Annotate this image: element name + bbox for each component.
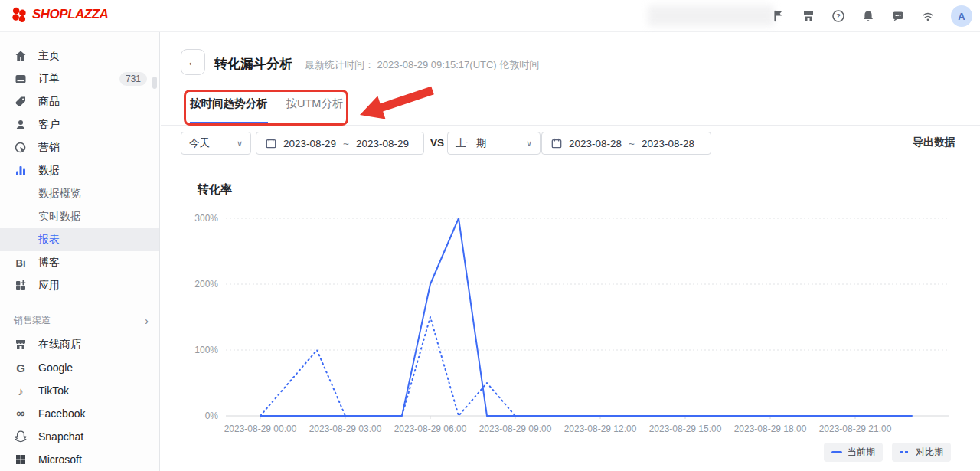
orders-count-badge: 731	[119, 72, 147, 86]
messages-icon[interactable]	[891, 9, 905, 23]
sidebar-item-orders[interactable]: 订单 731	[0, 67, 159, 90]
sidebar-item-home[interactable]: 主页	[0, 44, 159, 67]
period-select[interactable]: 今天 ∨	[181, 132, 251, 155]
svg-text:0%: 0%	[205, 410, 219, 421]
sidebar-item-label: 应用	[38, 279, 60, 293]
legend-compare-period[interactable]: 对比期	[892, 443, 951, 462]
sales-channels-section: 销售渠道 ›	[0, 297, 159, 333]
sidebar-item-label: Facebook	[38, 407, 85, 420]
apps-grid-icon	[14, 279, 28, 293]
period-select-value: 今天	[189, 136, 210, 150]
sidebar-subitem-realtime-data[interactable]: 实时数据	[0, 205, 159, 228]
chevron-down-icon: ∨	[526, 139, 532, 149]
sidebar-item-label: 主页	[38, 49, 60, 63]
snapchat-ghost-icon	[14, 430, 28, 443]
orders-icon	[14, 72, 28, 86]
sidebar-scrollbar-thumb[interactable]	[152, 77, 157, 89]
sidebar-item-label: 订单	[38, 72, 60, 86]
analysis-tabs: 按时间趋势分析 按UTM分析	[190, 96, 343, 124]
help-icon[interactable]: ?	[831, 9, 845, 23]
topbar-icon-group: ? A	[772, 0, 980, 32]
svg-text:200%: 200%	[194, 279, 218, 289]
back-button[interactable]: ←	[181, 49, 205, 75]
compare-start-date: 2023-08-28	[569, 138, 622, 149]
vs-label: VS	[430, 132, 444, 155]
sidebar-item-customers[interactable]: 客户	[0, 113, 159, 136]
meta-infinity-icon: ∞	[14, 407, 28, 420]
online-store-icon	[14, 338, 28, 352]
compare-select-value: 上一期	[456, 136, 487, 150]
sidebar-item-online-store[interactable]: 在线商店	[0, 333, 159, 356]
sidebar-item-snapchat[interactable]: Snapchat	[0, 425, 159, 448]
svg-text:2023-08-29 03:00: 2023-08-29 03:00	[309, 424, 382, 434]
sidebar-item-label: 客户	[38, 118, 60, 132]
sidebar-item-apps[interactable]: 应用	[0, 274, 159, 297]
svg-text:300%: 300%	[194, 213, 218, 224]
svg-text:2023-08-29 18:00: 2023-08-29 18:00	[734, 424, 807, 434]
calendar-icon	[266, 138, 276, 149]
chevron-right-icon[interactable]: ›	[145, 315, 149, 327]
avatar-initial: A	[958, 11, 965, 22]
range-end-date: 2023-08-29	[356, 138, 409, 149]
tag-icon	[14, 95, 28, 109]
sidebar-subitem-reports[interactable]: 报表	[0, 228, 159, 251]
svg-text:2023-08-29 15:00: 2023-08-29 15:00	[649, 424, 722, 434]
legend-current-period[interactable]: 当前期	[824, 443, 883, 462]
current-date-range[interactable]: 2023-08-29 ~ 2023-08-29	[256, 132, 424, 155]
bar-chart-icon	[14, 164, 28, 178]
sidebar-item-products[interactable]: 商品	[0, 90, 159, 113]
tab-utm-analysis[interactable]: 按UTM分析	[286, 96, 344, 124]
user-avatar[interactable]: A	[951, 5, 972, 27]
sidebar-item-label: TikTok	[38, 384, 69, 397]
svg-text:?: ?	[836, 11, 841, 20]
sidebar-item-facebook[interactable]: ∞ Facebook	[0, 402, 159, 425]
wifi-icon[interactable]	[921, 9, 935, 23]
chart-title: 转化率	[198, 182, 232, 197]
calendar-icon	[551, 138, 562, 149]
chevron-down-icon: ∨	[237, 139, 243, 149]
svg-text:2023-08-29 09:00: 2023-08-29 09:00	[479, 424, 552, 434]
marketing-target-icon	[14, 141, 28, 155]
tabs-divider	[161, 125, 980, 126]
blog-icon: Bi	[14, 256, 28, 270]
sidebar-item-marketing[interactable]: 营销	[0, 136, 159, 159]
sidebar-item-label: Microsoft	[38, 453, 82, 466]
conversion-rate-line-chart: 0%100%200%300%2023-08-29 00:002023-08-29…	[181, 207, 962, 460]
sidebar-item-label: 在线商店	[38, 338, 81, 352]
flag-icon[interactable]	[772, 9, 786, 23]
range-start-date: 2023-08-29	[283, 138, 336, 149]
sidebar-item-label: 博客	[38, 256, 60, 270]
sidebar-item-label: 营销	[38, 141, 60, 155]
brand-wordmark: SHOPLAZZA	[32, 7, 108, 22]
svg-text:2023-08-29 21:00: 2023-08-29 21:00	[819, 424, 892, 434]
sidebar-item-microsoft[interactable]: Microsoft	[0, 448, 159, 471]
range-separator: ~	[343, 138, 349, 149]
range-separator: ~	[629, 138, 635, 149]
compare-date-range[interactable]: 2023-08-28 ~ 2023-08-28	[541, 132, 711, 155]
compare-period-select[interactable]: 上一期 ∨	[447, 132, 541, 155]
person-icon	[14, 118, 28, 132]
sidebar-item-tiktok[interactable]: ♪ TikTok	[0, 379, 159, 402]
tab-time-trend-analysis[interactable]: 按时间趋势分析	[190, 96, 268, 124]
tiktok-icon: ♪	[14, 384, 28, 397]
svg-text:2023-08-29 06:00: 2023-08-29 06:00	[394, 424, 467, 434]
svg-text:100%: 100%	[194, 345, 218, 355]
sidebar-item-data[interactable]: 数据	[0, 159, 159, 182]
shoplazza-mark-icon	[11, 6, 28, 23]
solid-line-swatch	[831, 451, 842, 453]
storefront-icon[interactable]	[802, 9, 815, 23]
export-data-button[interactable]: 导出数据	[913, 136, 956, 149]
microsoft-icon	[14, 453, 28, 466]
sidebar-item-blog[interactable]: Bi 博客	[0, 251, 159, 274]
shoplazza-logo[interactable]: SHOPLAZZA	[11, 6, 108, 23]
sidebar-subitem-data-overview[interactable]: 数据概览	[0, 182, 159, 205]
sidebar-nav: 主页 订单 731 商品 客户 营销 数据 数据概览 实时数据 报表 Bi 博客…	[0, 32, 160, 471]
sidebar-item-label: 数据	[38, 164, 60, 178]
home-icon	[14, 49, 28, 63]
notifications-bell-icon[interactable]	[861, 9, 875, 23]
sidebar-item-google[interactable]: G Google	[0, 356, 159, 379]
blurred-store-name	[648, 5, 774, 26]
svg-text:2023-08-29 00:00: 2023-08-29 00:00	[224, 424, 297, 434]
sidebar-item-label: 商品	[38, 95, 60, 109]
back-arrow-icon: ←	[187, 55, 199, 69]
